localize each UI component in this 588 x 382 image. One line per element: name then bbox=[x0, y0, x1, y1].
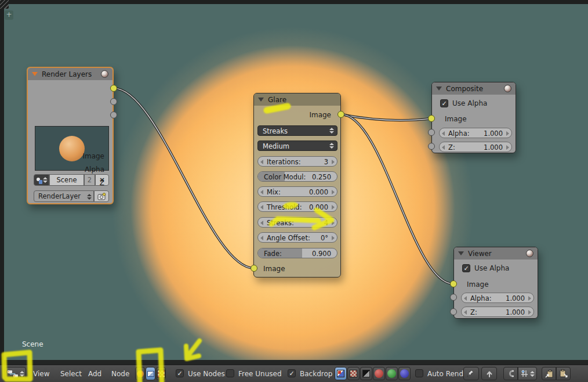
collapse-triangle-icon[interactable] bbox=[258, 98, 264, 102]
composite-z-slider[interactable]: Z: 1.000 bbox=[439, 142, 512, 152]
composite-header[interactable]: Composite bbox=[432, 82, 516, 95]
glare-angle-offset-slider[interactable]: Angle Offset: 0° bbox=[257, 232, 337, 243]
glare-threshold-slider[interactable]: Threshold: 0.000 bbox=[257, 201, 337, 212]
decrement-arrow-icon[interactable] bbox=[260, 160, 263, 164]
shader-tree-button[interactable] bbox=[135, 367, 145, 380]
decrement-arrow-icon[interactable] bbox=[260, 236, 263, 240]
increment-arrow-icon[interactable] bbox=[332, 160, 335, 164]
glare-iterations-slider[interactable]: Iterations: 3 bbox=[257, 156, 337, 167]
auto-render-checkbox[interactable] bbox=[415, 369, 423, 377]
use-nodes-checkbox[interactable]: ✓ bbox=[176, 369, 184, 377]
slider-label: Z: bbox=[470, 308, 477, 316]
texture-tree-button[interactable] bbox=[156, 367, 166, 380]
backdrop-blue-button[interactable] bbox=[398, 367, 411, 380]
node-title: Render Layers bbox=[42, 70, 92, 78]
glare-color-modulation-slider[interactable]: Color Modul: 0.250 bbox=[257, 171, 337, 182]
socket-rl-alpha-out[interactable] bbox=[110, 98, 117, 105]
socket-rl-image-out[interactable] bbox=[110, 85, 117, 92]
free-unused-checkbox[interactable] bbox=[226, 369, 234, 377]
increment-arrow-icon[interactable] bbox=[528, 296, 531, 301]
slider-value: 0.000 bbox=[309, 203, 328, 211]
socket-viewer-alpha-in[interactable] bbox=[450, 294, 457, 301]
snap-mode-select[interactable] bbox=[518, 367, 537, 380]
render-layers-header[interactable]: Render Layers bbox=[28, 68, 112, 80]
node-composite[interactable]: Composite ✓ Use Alpha Image Alpha: 1.000… bbox=[431, 82, 516, 153]
viewer-header[interactable]: Viewer bbox=[454, 247, 538, 260]
material-sphere-icon bbox=[526, 250, 533, 257]
decrement-arrow-icon[interactable] bbox=[260, 205, 263, 210]
backdrop-z-button[interactable] bbox=[360, 367, 372, 380]
backdrop-color-alpha-button[interactable] bbox=[335, 367, 347, 380]
area-resize-corner[interactable] bbox=[0, 0, 9, 9]
glare-output-label: Image bbox=[309, 111, 331, 119]
node-title: Composite bbox=[446, 85, 483, 93]
menu-view[interactable]: View bbox=[33, 365, 49, 382]
socket-composite-z-in[interactable] bbox=[428, 143, 435, 150]
increment-arrow-icon[interactable] bbox=[332, 221, 335, 225]
backdrop-red-button[interactable] bbox=[373, 367, 385, 380]
increment-arrow-icon[interactable] bbox=[332, 190, 335, 194]
increment-arrow-icon[interactable] bbox=[332, 205, 335, 210]
node-render-layers[interactable]: Render Layers Image Alpha Z Scene 2 × Re… bbox=[27, 67, 114, 204]
viewer-alpha-slider[interactable]: Alpha: 1.000 bbox=[461, 293, 534, 303]
browse-scene-button[interactable] bbox=[34, 174, 49, 186]
scene-name-field[interactable]: Scene bbox=[49, 174, 84, 186]
socket-composite-image-in[interactable] bbox=[428, 115, 435, 122]
socket-composite-alpha-in[interactable] bbox=[428, 129, 435, 136]
decrement-arrow-icon[interactable] bbox=[464, 310, 467, 315]
backdrop-checkbox[interactable]: ✓ bbox=[288, 369, 296, 377]
output-label-z: Z bbox=[100, 179, 104, 187]
collapse-triangle-icon[interactable] bbox=[436, 87, 442, 91]
render-layer-select[interactable]: RenderLayer bbox=[34, 190, 94, 202]
compositing-tree-button[interactable] bbox=[146, 367, 155, 380]
socket-rl-z-out[interactable] bbox=[110, 111, 117, 118]
scene-users-count[interactable]: 2 bbox=[84, 174, 95, 186]
socket-viewer-image-in[interactable] bbox=[450, 280, 457, 287]
output-label-image: Image bbox=[82, 152, 104, 160]
collapse-triangle-icon[interactable] bbox=[32, 72, 38, 76]
decrement-arrow-icon[interactable] bbox=[464, 296, 467, 301]
checkbox-label: Use Alpha bbox=[452, 99, 487, 107]
glare-header[interactable]: Glare bbox=[254, 93, 340, 106]
region-expand-button[interactable]: + bbox=[5, 10, 13, 20]
viewer-z-slider[interactable]: Z: 1.000 bbox=[461, 307, 534, 317]
slider-value: 0.250 bbox=[312, 173, 331, 181]
backdrop-alpha-button[interactable] bbox=[347, 367, 360, 380]
copy-nodes-button[interactable] bbox=[542, 367, 556, 380]
render-camera-button[interactable] bbox=[94, 190, 109, 202]
composite-use-alpha-checkbox[interactable]: ✓ Use Alpha bbox=[440, 99, 487, 107]
collapse-triangle-icon[interactable] bbox=[458, 251, 464, 255]
composite-alpha-slider[interactable]: Alpha: 1.000 bbox=[439, 128, 512, 138]
increment-arrow-icon[interactable] bbox=[506, 131, 509, 136]
increment-arrow-icon[interactable] bbox=[528, 310, 531, 315]
glare-mix-slider[interactable]: Mix: 0.000 bbox=[257, 186, 337, 197]
menu-node[interactable]: Node bbox=[111, 365, 129, 382]
material-icon bbox=[137, 370, 144, 377]
decrement-arrow-icon[interactable] bbox=[442, 145, 445, 150]
editor-type-button[interactable] bbox=[5, 367, 26, 380]
go-to-parent-tree-button[interactable] bbox=[481, 367, 497, 380]
pin-button[interactable] bbox=[463, 367, 479, 380]
increment-arrow-icon[interactable] bbox=[332, 236, 335, 240]
glare-streaks-slider[interactable]: Streaks: 4 bbox=[257, 217, 337, 228]
socket-glare-image-in[interactable] bbox=[251, 265, 257, 272]
decrement-arrow-icon[interactable] bbox=[260, 190, 263, 194]
viewer-use-alpha-checkbox[interactable]: ✓ Use Alpha bbox=[462, 264, 509, 272]
paste-nodes-button[interactable] bbox=[556, 367, 571, 380]
socket-glare-image-out[interactable] bbox=[337, 111, 344, 118]
increment-arrow-icon[interactable] bbox=[506, 145, 509, 150]
glare-fade-slider[interactable]: Fade: 0.900 bbox=[257, 248, 337, 258]
menu-select[interactable]: Select bbox=[60, 365, 82, 382]
glare-quality-select[interactable]: Medium bbox=[257, 140, 337, 151]
snap-toggle-button[interactable] bbox=[503, 367, 518, 380]
editor-type-arrows-icon bbox=[20, 371, 24, 377]
menu-add[interactable]: Add bbox=[88, 365, 101, 382]
node-viewer[interactable]: Viewer ✓ Use Alpha Image Alpha: 1.000 Z:… bbox=[453, 247, 538, 319]
decrement-arrow-icon[interactable] bbox=[260, 221, 263, 225]
glare-type-select[interactable]: Streaks bbox=[257, 125, 337, 136]
decrement-arrow-icon[interactable] bbox=[442, 131, 445, 136]
socket-viewer-z-in[interactable] bbox=[450, 308, 457, 315]
node-glare[interactable]: Glare Image Streaks Medium Iterations: 3… bbox=[253, 93, 341, 278]
slider-value: 3 bbox=[324, 158, 328, 166]
backdrop-green-button[interactable] bbox=[386, 367, 398, 380]
